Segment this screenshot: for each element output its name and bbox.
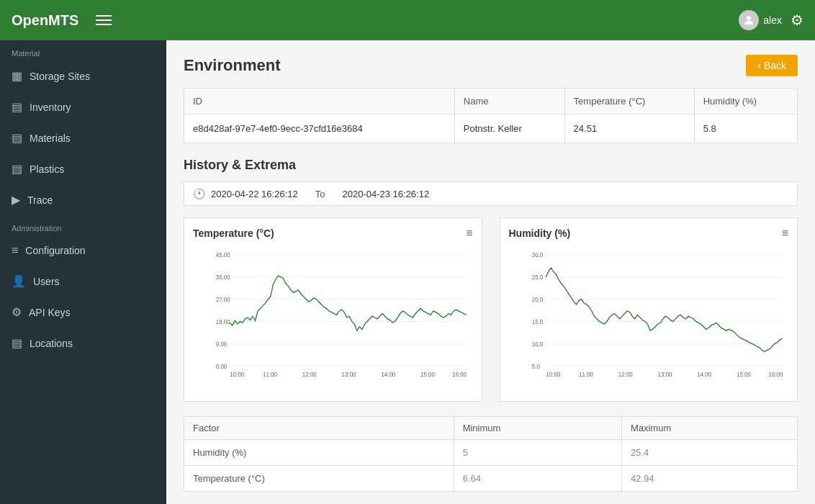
storage-sites-icon: ▦ bbox=[12, 69, 22, 83]
humidity-chart-container: Humidity (%) ≡ 30.0 25.0 20.0 15.0 10.0 … bbox=[500, 217, 798, 402]
extrema-minimum: 5 bbox=[454, 440, 621, 466]
back-button[interactable]: ‹ Back bbox=[746, 55, 798, 76]
sidebar-item-storage-sites[interactable]: ▦ Storage Sites bbox=[0, 60, 166, 91]
env-humidity: 5.8 bbox=[694, 114, 797, 143]
svg-text:13:00: 13:00 bbox=[342, 372, 356, 378]
svg-text:12:00: 12:00 bbox=[618, 372, 632, 378]
history-title: History & Extrema bbox=[184, 158, 798, 173]
avatar bbox=[739, 10, 759, 30]
col-id: ID bbox=[184, 89, 455, 114]
sidebar-section-material: Material bbox=[0, 40, 166, 60]
sidebar-item-label: Users bbox=[33, 276, 60, 287]
svg-text:13:00: 13:00 bbox=[657, 372, 672, 378]
svg-text:12:00: 12:00 bbox=[302, 372, 317, 378]
sidebar-item-label: Trace bbox=[27, 194, 53, 206]
col-temperature: Temperature (°C) bbox=[564, 89, 694, 114]
env-temperature: 24.51 bbox=[564, 114, 694, 143]
sidebar-item-inventory[interactable]: ▤ Inventory bbox=[0, 91, 166, 122]
sidebar-item-api-keys[interactable]: ⚙ API Keys bbox=[0, 297, 166, 328]
svg-text:16:00: 16:00 bbox=[452, 372, 467, 378]
extrema-table: Factor Minimum Maximum Humidity (%) 5 25… bbox=[184, 416, 798, 492]
sidebar-section-administration: Administration bbox=[0, 215, 166, 235]
svg-text:9.00: 9.00 bbox=[216, 341, 228, 348]
header-right: alex ⚙ bbox=[739, 10, 803, 30]
col-humidity: Humidity (%) bbox=[694, 89, 797, 114]
svg-text:18.00: 18.00 bbox=[216, 319, 230, 325]
table-row: Temperature (°C) 6.64 42.94 bbox=[184, 466, 798, 492]
extrema-maximum: 42.94 bbox=[621, 466, 797, 492]
chevron-left-icon: ‹ bbox=[757, 60, 761, 71]
app-layout: Material ▦ Storage Sites ▤ Inventory ▤ M… bbox=[0, 40, 815, 504]
svg-text:11:00: 11:00 bbox=[263, 372, 277, 378]
svg-text:10.0: 10.0 bbox=[531, 341, 543, 348]
sidebar-item-plastics[interactable]: ▤ Plastics bbox=[0, 153, 166, 184]
sidebar: Material ▦ Storage Sites ▤ Inventory ▤ M… bbox=[0, 40, 166, 504]
svg-text:10:00: 10:00 bbox=[546, 372, 560, 378]
extrema-minimum: 6.64 bbox=[454, 466, 621, 492]
date-range-row: 🕐 2020-04-22 16:26:12 To 2020-04-23 16:2… bbox=[184, 181, 798, 206]
temperature-chart-menu-icon[interactable]: ≡ bbox=[466, 227, 472, 240]
humidity-chart-header: Humidity (%) ≡ bbox=[509, 227, 789, 240]
svg-text:20.0: 20.0 bbox=[531, 297, 543, 303]
table-row: Humidity (%) 5 25.4 bbox=[184, 440, 798, 466]
sidebar-item-users[interactable]: 👤 Users bbox=[0, 266, 166, 297]
sidebar-item-materials[interactable]: ▤ Materials bbox=[0, 122, 166, 153]
sidebar-item-label: Configuration bbox=[25, 245, 85, 256]
svg-text:30.0: 30.0 bbox=[531, 252, 543, 258]
col-name: Name bbox=[454, 89, 564, 114]
svg-text:0.00: 0.00 bbox=[216, 364, 228, 370]
main-content: Environment ‹ Back ID Name Temperature (… bbox=[166, 40, 815, 504]
date-to-label: To bbox=[304, 189, 337, 199]
sidebar-item-label: Materials bbox=[30, 132, 71, 144]
sidebar-item-locations[interactable]: ▤ Locations bbox=[0, 328, 166, 359]
svg-text:15:00: 15:00 bbox=[737, 372, 751, 378]
extrema-col-factor: Factor bbox=[184, 417, 454, 440]
trace-icon: ▶ bbox=[12, 193, 20, 207]
back-button-label: Back bbox=[764, 60, 786, 71]
svg-text:27.00: 27.00 bbox=[216, 297, 230, 303]
temperature-chart-header: Temperature (°C) ≡ bbox=[193, 227, 473, 240]
humidity-chart-menu-icon[interactable]: ≡ bbox=[782, 227, 788, 240]
app-logo: OpenMTS bbox=[12, 12, 78, 29]
temperature-chart-container: Temperature (°C) ≡ 45.00 36.00 27.00 18.… bbox=[184, 217, 482, 402]
locations-icon: ▤ bbox=[12, 336, 22, 350]
temperature-chart-title: Temperature (°C) bbox=[193, 228, 274, 239]
table-row: e8d428af-97e7-4ef0-9ecc-37cfd16e3684 Pot… bbox=[184, 114, 798, 143]
sidebar-item-label: Locations bbox=[30, 338, 73, 349]
environment-table: ID Name Temperature (°C) Humidity (%) e8… bbox=[184, 88, 798, 143]
svg-text:16:00: 16:00 bbox=[768, 372, 783, 378]
svg-text:36.00: 36.00 bbox=[216, 274, 230, 281]
sidebar-item-label: Plastics bbox=[30, 163, 64, 175]
sidebar-item-configuration[interactable]: ≡ Configuration bbox=[0, 235, 166, 266]
date-to: 2020-04-23 16:26:12 bbox=[342, 189, 429, 199]
sidebar-item-label: Inventory bbox=[30, 102, 71, 113]
temperature-chart-svg: 45.00 36.00 27.00 18.00 9.00 0.00 10:00 … bbox=[193, 246, 473, 390]
sidebar-item-trace[interactable]: ▶ Trace bbox=[0, 184, 166, 215]
svg-text:45.00: 45.00 bbox=[216, 252, 230, 258]
charts-row: Temperature (°C) ≡ 45.00 36.00 27.00 18.… bbox=[184, 217, 798, 402]
env-id: e8d428af-97e7-4ef0-9ecc-37cfd16e3684 bbox=[184, 114, 455, 143]
svg-text:15.0: 15.0 bbox=[531, 319, 543, 325]
header-left: OpenMTS bbox=[12, 12, 112, 29]
humidity-chart-svg: 30.0 25.0 20.0 15.0 10.0 5.0 10:00 11:00 bbox=[509, 246, 789, 390]
svg-text:25.0: 25.0 bbox=[531, 274, 543, 281]
page-header: Environment ‹ Back bbox=[184, 55, 798, 76]
date-from: 2020-04-22 16:26:12 bbox=[211, 189, 298, 199]
api-keys-icon: ⚙ bbox=[12, 305, 22, 319]
settings-icon[interactable]: ⚙ bbox=[791, 12, 803, 29]
menu-toggle-button[interactable] bbox=[96, 15, 112, 25]
materials-icon: ▤ bbox=[12, 131, 22, 145]
configuration-icon: ≡ bbox=[12, 244, 18, 257]
extrema-factor: Humidity (%) bbox=[184, 440, 454, 466]
extrema-maximum: 25.4 bbox=[621, 440, 797, 466]
extrema-col-minimum: Minimum bbox=[454, 417, 621, 440]
sidebar-item-label: API Keys bbox=[29, 307, 71, 318]
app-header: OpenMTS alex ⚙ bbox=[0, 0, 815, 40]
page-title: Environment bbox=[184, 56, 280, 75]
svg-text:14:00: 14:00 bbox=[381, 372, 395, 378]
clock-icon: 🕐 bbox=[193, 188, 205, 199]
inventory-icon: ▤ bbox=[12, 100, 22, 114]
svg-point-0 bbox=[747, 16, 751, 20]
humidity-chart-title: Humidity (%) bbox=[509, 228, 571, 239]
env-name: Potnstr. Keller bbox=[454, 114, 564, 143]
